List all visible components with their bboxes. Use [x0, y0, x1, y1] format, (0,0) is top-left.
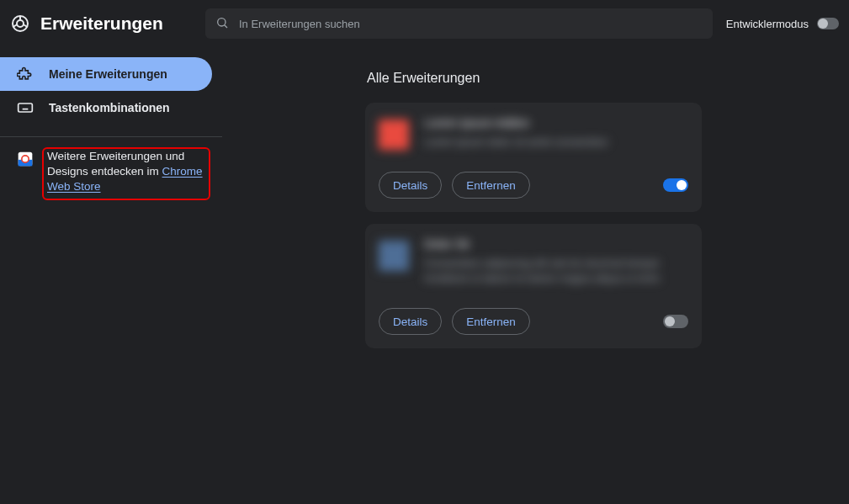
chrome-web-store-highlight: Weitere Erweiterungen und Designs entdec…: [42, 147, 210, 200]
extension-enable-toggle[interactable]: [663, 315, 688, 328]
svg-rect-3: [19, 103, 33, 112]
sidebar-divider: [0, 136, 222, 137]
section-title: Alle Erweiterungen: [367, 71, 815, 86]
developer-mode-label: Entwicklermodus: [726, 18, 809, 30]
puzzle-icon: [17, 66, 34, 82]
sidebar-item-label: Tastenkombinationen: [49, 101, 170, 114]
body: Meine Erweiterungen Tastenkombinationen: [0, 47, 849, 504]
toggle-knob: [818, 19, 828, 29]
card-top: Dolor Sit Consectetur adipiscing elit se…: [379, 237, 688, 286]
remove-button[interactable]: Entfernen: [452, 172, 530, 199]
developer-mode-toggle[interactable]: [817, 18, 839, 29]
header-left: Erweiterungen: [10, 13, 192, 34]
extension-name: Dolor Sit: [424, 237, 688, 251]
details-button[interactable]: Details: [379, 172, 442, 199]
extension-card: Dolor Sit Consectetur adipiscing elit se…: [365, 224, 702, 348]
extension-description: Consectetur adipiscing elit sed do eiusm…: [424, 256, 688, 286]
card-top: Lorem Ipsum Addon Lorem ipsum dolor sit …: [379, 116, 688, 150]
header-right: Entwicklermodus: [726, 18, 839, 30]
chrome-logo-icon: [10, 13, 30, 34]
main-content: Alle Erweiterungen Lorem Ipsum Addon Lor…: [222, 47, 849, 504]
remove-button[interactable]: Entfernen: [452, 308, 530, 335]
toggle-knob: [677, 180, 687, 190]
card-toggle-wrap: [663, 178, 688, 192]
extension-description: Lorem ipsum dolor sit amet consectetur: [424, 135, 688, 150]
page-title: Erweiterungen: [40, 13, 163, 34]
extension-card: Lorem Ipsum Addon Lorem ipsum dolor sit …: [365, 103, 702, 212]
sidebar: Meine Erweiterungen Tastenkombinationen: [0, 47, 222, 504]
sidebar-item-my-extensions[interactable]: Meine Erweiterungen: [0, 57, 212, 91]
card-toggle-wrap: [663, 315, 688, 328]
details-button[interactable]: Details: [379, 308, 442, 335]
extension-text: Lorem Ipsum Addon Lorem ipsum dolor sit …: [424, 116, 688, 150]
svg-point-1: [17, 20, 24, 27]
toggle-knob: [665, 316, 675, 326]
extension-icon: [379, 119, 409, 150]
svg-point-2: [218, 18, 226, 25]
search-input[interactable]: [237, 17, 703, 31]
header: Erweiterungen Entwicklermodus: [0, 0, 849, 47]
search-box[interactable]: [205, 8, 713, 39]
chrome-web-store-icon: [17, 151, 34, 167]
sidebar-item-shortcuts[interactable]: Tastenkombinationen: [0, 91, 212, 125]
search-icon: [215, 16, 229, 32]
extension-icon: [379, 241, 409, 271]
keyboard-icon: [17, 99, 34, 116]
extension-enable-toggle[interactable]: [663, 178, 688, 192]
sidebar-footer-text: Weitere Erweiterungen und Designs entdec…: [45, 149, 205, 197]
extension-name: Lorem Ipsum Addon: [424, 116, 688, 130]
sidebar-footer: Weitere Erweiterungen und Designs entdec…: [0, 149, 222, 197]
extension-text: Dolor Sit Consectetur adipiscing elit se…: [424, 237, 688, 286]
sidebar-item-label: Meine Erweiterungen: [49, 67, 167, 81]
card-bottom: Details Entfernen: [379, 308, 688, 335]
card-bottom: Details Entfernen: [379, 172, 688, 199]
